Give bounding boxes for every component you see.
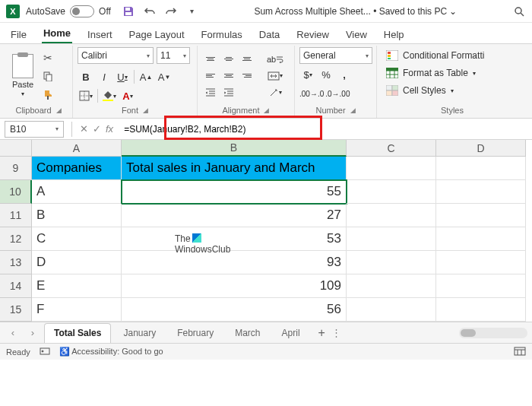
- tab-help[interactable]: Help: [382, 26, 406, 43]
- font-size-combo[interactable]: 11▾: [157, 47, 190, 64]
- row-header[interactable]: 13: [0, 251, 32, 274]
- align-bottom-icon[interactable]: [239, 52, 255, 67]
- row-header[interactable]: 11: [0, 204, 32, 227]
- cell[interactable]: [436, 227, 526, 251]
- cell[interactable]: [347, 227, 436, 251]
- merge-center-button[interactable]: ▾: [261, 68, 289, 84]
- row-header[interactable]: 14: [0, 274, 32, 298]
- row-header[interactable]: 10: [0, 180, 32, 204]
- decrease-indent-icon[interactable]: [202, 85, 219, 100]
- col-header-b[interactable]: B: [122, 140, 347, 157]
- accessibility-status[interactable]: ♿ Accessibility: Good to go: [59, 347, 163, 357]
- row-header[interactable]: 15: [0, 298, 32, 322]
- sheet-tab-total-sales[interactable]: Total Sales: [44, 323, 111, 343]
- cell[interactable]: [347, 251, 436, 274]
- cell-styles-button[interactable]: Cell Styles ▾: [382, 82, 523, 99]
- tab-file[interactable]: File: [9, 26, 28, 43]
- cell[interactable]: [436, 180, 526, 204]
- cell[interactable]: 56: [122, 298, 347, 322]
- decrease-font-icon[interactable]: A▼: [156, 68, 173, 85]
- format-painter-icon[interactable]: [40, 87, 56, 102]
- enter-formula-icon[interactable]: ✓: [93, 123, 101, 135]
- align-right-icon[interactable]: [239, 68, 255, 84]
- paste-button[interactable]: Paste ▾: [9, 52, 36, 99]
- cut-icon[interactable]: ✂: [40, 50, 56, 65]
- cell[interactable]: B: [32, 204, 122, 227]
- cell[interactable]: 109: [122, 274, 347, 298]
- sheet-tab-march[interactable]: March: [226, 323, 269, 343]
- cell[interactable]: 53: [122, 227, 347, 251]
- format-as-table-button[interactable]: Format as Table ▾: [382, 65, 523, 81]
- percent-format-button[interactable]: %: [318, 66, 334, 83]
- cell[interactable]: [347, 157, 436, 180]
- cell[interactable]: [436, 204, 526, 227]
- cell[interactable]: [347, 180, 436, 204]
- save-icon[interactable]: [122, 5, 135, 18]
- sheet-tab-february[interactable]: February: [168, 323, 223, 343]
- cell[interactable]: C: [32, 227, 122, 251]
- alignment-launcher-icon[interactable]: ◢: [264, 106, 269, 114]
- sheet-menu-icon[interactable]: ⋮: [328, 325, 345, 341]
- fx-icon[interactable]: fx: [106, 123, 113, 135]
- align-center-icon[interactable]: [220, 68, 237, 84]
- cell[interactable]: D: [32, 251, 122, 274]
- italic-button[interactable]: I: [96, 68, 112, 85]
- undo-icon[interactable]: [143, 5, 157, 18]
- tab-data[interactable]: Data: [258, 26, 281, 43]
- normal-view-icon[interactable]: [514, 347, 526, 357]
- horizontal-scrollbar[interactable]: [459, 328, 527, 338]
- increase-indent-icon[interactable]: [220, 85, 237, 100]
- cell[interactable]: [436, 298, 526, 322]
- add-sheet-button[interactable]: +: [318, 326, 325, 340]
- cell[interactable]: [436, 157, 526, 180]
- tab-page-layout[interactable]: Page Layout: [128, 26, 186, 43]
- row-header[interactable]: 12: [0, 227, 32, 251]
- increase-decimal-button[interactable]: .00→.0: [299, 85, 324, 102]
- cell[interactable]: [347, 298, 436, 322]
- align-left-icon[interactable]: [202, 68, 219, 84]
- font-launcher-icon[interactable]: ◢: [143, 106, 148, 114]
- comma-format-button[interactable]: ,: [336, 66, 353, 83]
- cell[interactable]: 27: [122, 204, 347, 227]
- cell[interactable]: [347, 204, 436, 227]
- sheet-tab-january[interactable]: January: [114, 323, 165, 343]
- spreadsheet-grid[interactable]: A B C D 9 Companies Total sales in Janua…: [0, 140, 532, 322]
- name-box[interactable]: B10▾: [5, 121, 64, 138]
- sheet-tab-april[interactable]: April: [273, 323, 309, 343]
- redo-icon[interactable]: [164, 5, 178, 18]
- col-header-a[interactable]: A: [32, 140, 122, 157]
- borders-button[interactable]: ▾: [78, 87, 94, 104]
- wrap-text-button[interactable]: ab: [261, 52, 289, 67]
- qat-dropdown-icon[interactable]: ▾: [185, 5, 199, 18]
- clipboard-launcher-icon[interactable]: ◢: [56, 106, 62, 114]
- autosave-toggle[interactable]: AutoSave Off: [26, 5, 111, 17]
- number-launcher-icon[interactable]: ◢: [350, 106, 356, 114]
- cell-active[interactable]: 55: [122, 180, 347, 204]
- tab-insert[interactable]: Insert: [86, 26, 114, 43]
- cell[interactable]: E: [32, 274, 122, 298]
- cell[interactable]: A: [32, 180, 122, 204]
- cell[interactable]: Total sales in January and March: [122, 157, 347, 180]
- cell[interactable]: F: [32, 298, 122, 322]
- cell[interactable]: 93: [122, 251, 347, 274]
- tab-review[interactable]: Review: [295, 26, 331, 43]
- fill-color-button[interactable]: ▾: [101, 87, 118, 104]
- col-header-c[interactable]: C: [347, 140, 436, 157]
- underline-button[interactable]: U▾: [114, 68, 131, 85]
- accounting-format-button[interactable]: $▾: [299, 66, 316, 83]
- cancel-formula-icon[interactable]: ✕: [80, 123, 88, 135]
- cell[interactable]: [436, 274, 526, 298]
- search-icon[interactable]: [512, 5, 526, 18]
- copy-icon[interactable]: [40, 68, 56, 84]
- conditional-formatting-button[interactable]: Conditional Formatti: [382, 47, 523, 64]
- row-header[interactable]: 9: [0, 157, 32, 180]
- increase-font-icon[interactable]: A▲: [138, 68, 154, 85]
- align-middle-icon[interactable]: [220, 52, 237, 67]
- font-name-combo[interactable]: Calibri▾: [78, 47, 154, 64]
- formula-input[interactable]: [118, 121, 532, 138]
- cell[interactable]: Companies: [32, 157, 122, 180]
- font-color-button[interactable]: A▾: [119, 87, 136, 104]
- bold-button[interactable]: B: [78, 68, 94, 85]
- sheet-nav-prev-icon[interactable]: ‹: [5, 325, 21, 341]
- cell[interactable]: [436, 251, 526, 274]
